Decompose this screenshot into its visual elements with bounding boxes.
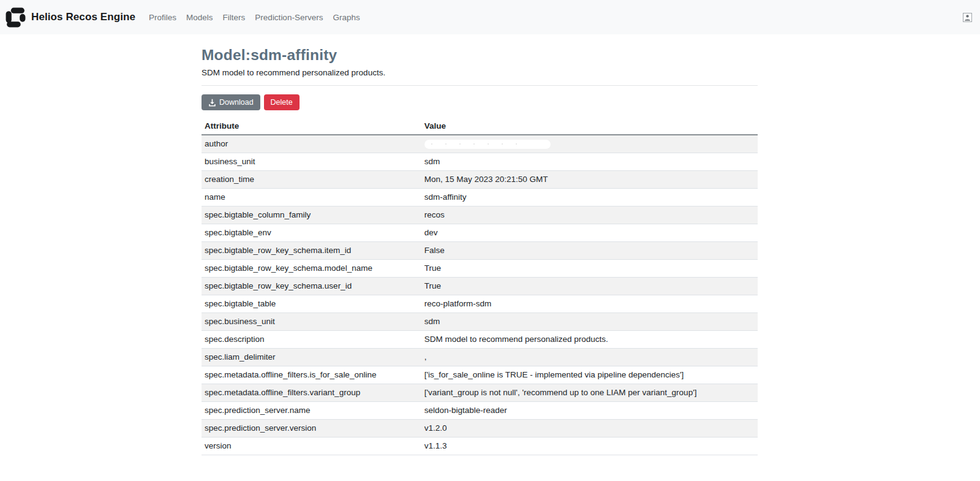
value-cell: sdm-affinity	[421, 189, 758, 206]
helios-logo-icon	[4, 6, 27, 29]
nav-item-prediction-servers[interactable]: Prediction-Servers	[250, 8, 328, 27]
attribute-cell: spec.bigtable_env	[202, 224, 421, 242]
attribute-cell: spec.liam_delimiter	[202, 349, 421, 366]
table-row: spec.business_unitsdm	[202, 313, 758, 331]
attribute-cell: spec.description	[202, 331, 421, 349]
attribute-cell: spec.business_unit	[202, 313, 421, 331]
attribute-cell: spec.prediction_server.version	[202, 420, 421, 437]
table-header-row: Attribute Value	[202, 118, 758, 135]
attribute-cell: business_unit	[202, 153, 421, 171]
table-row: versionv1.1.3	[202, 437, 758, 455]
value-cell: Mon, 15 May 2023 20:21:50 GMT	[421, 171, 758, 189]
nav-item-filters[interactable]: Filters	[218, 8, 251, 27]
table-row: spec.metadata.offline_filters.is_for_sal…	[202, 366, 758, 384]
table-row: spec.prediction_server.versionv1.2.0	[202, 420, 758, 437]
download-icon	[208, 99, 216, 107]
attributes-table: Attribute Value authorbusiness_unitsdmcr…	[202, 118, 758, 455]
value-cell: ,	[421, 349, 758, 366]
column-header-value: Value	[421, 118, 758, 135]
value-cell: ['variant_group is not null', 'recommend…	[421, 384, 758, 402]
brand-title[interactable]: Helios Recos Engine	[31, 11, 135, 23]
download-button[interactable]: Download	[202, 94, 260, 110]
table-row: namesdm-affinity	[202, 189, 758, 206]
brand-group[interactable]: Helios Recos Engine	[4, 6, 144, 29]
table-row: spec.metadata.offline_filters.variant_gr…	[202, 384, 758, 402]
redacted-value	[424, 140, 551, 149]
attribute-cell: version	[202, 437, 421, 455]
attribute-cell: spec.bigtable_table	[202, 295, 421, 313]
attribute-cell: name	[202, 189, 421, 206]
nav-item-profiles[interactable]: Profiles	[144, 8, 181, 27]
page-subtitle: SDM model to recommend personalized prod…	[202, 68, 758, 77]
value-cell: True	[421, 278, 758, 295]
attribute-cell: spec.prediction_server.name	[202, 402, 421, 420]
table-row: spec.bigtable_row_key_schema.model_nameT…	[202, 260, 758, 278]
value-cell	[421, 135, 758, 153]
table-row: author	[202, 135, 758, 153]
attribute-cell: spec.bigtable_row_key_schema.user_id	[202, 278, 421, 295]
attribute-cell: spec.bigtable_row_key_schema.model_name	[202, 260, 421, 278]
table-row: creation_timeMon, 15 May 2023 20:21:50 G…	[202, 171, 758, 189]
nav-item-graphs[interactable]: Graphs	[328, 8, 364, 27]
value-cell: recos	[421, 206, 758, 224]
divider	[202, 85, 758, 86]
navbar: Helios Recos Engine ProfilesModelsFilter…	[0, 0, 980, 34]
value-cell: v1.1.3	[421, 437, 758, 455]
value-cell: seldon-bigtable-reader	[421, 402, 758, 420]
table-row: business_unitsdm	[202, 153, 758, 171]
value-cell: reco-platform-sdm	[421, 295, 758, 313]
value-cell: dev	[421, 224, 758, 242]
attribute-cell: spec.metadata.offline_filters.is_for_sal…	[202, 366, 421, 384]
attribute-cell: author	[202, 135, 421, 153]
table-row: spec.bigtable_tablereco-platform-sdm	[202, 295, 758, 313]
attribute-cell: spec.metadata.offline_filters.variant_gr…	[202, 384, 421, 402]
value-cell: ['is_for_sale_online is TRUE - implement…	[421, 366, 758, 384]
value-cell: v1.2.0	[421, 420, 758, 437]
value-cell: True	[421, 260, 758, 278]
table-row: spec.bigtable_envdev	[202, 224, 758, 242]
table-row: spec.prediction_server.nameseldon-bigtab…	[202, 402, 758, 420]
user-avatar-icon[interactable]	[963, 13, 972, 22]
main-content: Model:sdm-affinity SDM model to recommen…	[202, 47, 758, 455]
nav-item-models[interactable]: Models	[181, 8, 218, 27]
page-title: Model:sdm-affinity	[202, 47, 758, 64]
value-cell: False	[421, 242, 758, 260]
attribute-cell: spec.bigtable_column_family	[202, 206, 421, 224]
table-row: spec.bigtable_row_key_schema.user_idTrue	[202, 278, 758, 295]
table-row: spec.bigtable_row_key_schema.item_idFals…	[202, 242, 758, 260]
value-cell: SDM model to recommend personalized prod…	[421, 331, 758, 349]
value-cell: sdm	[421, 313, 758, 331]
table-row: spec.descriptionSDM model to recommend p…	[202, 331, 758, 349]
toolbar: Download Delete	[202, 94, 758, 110]
column-header-attribute: Attribute	[202, 118, 421, 135]
nav-links: ProfilesModelsFiltersPrediction-ServersG…	[144, 8, 365, 27]
attribute-cell: spec.bigtable_row_key_schema.item_id	[202, 242, 421, 260]
value-cell: sdm	[421, 153, 758, 171]
table-row: spec.liam_delimiter,	[202, 349, 758, 366]
delete-button[interactable]: Delete	[264, 94, 300, 110]
attribute-cell: creation_time	[202, 171, 421, 189]
table-row: spec.bigtable_column_familyrecos	[202, 206, 758, 224]
nav-right	[963, 13, 975, 22]
download-button-label: Download	[219, 98, 254, 107]
